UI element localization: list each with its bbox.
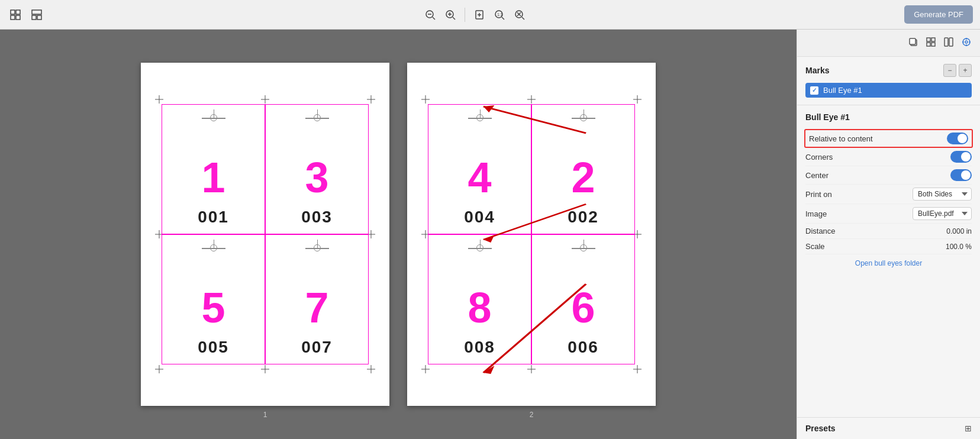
page-number-1: 1	[263, 411, 267, 419]
marks-title: Marks	[805, 66, 829, 75]
card-mark	[162, 105, 265, 126]
crosshair-tr-p2	[633, 95, 641, 104]
svg-point-39	[965, 41, 968, 43]
toggle-corners[interactable]	[950, 151, 972, 163]
settings-title: Bull Eye #1	[805, 112, 972, 122]
zoom-in-btn[interactable]	[442, 7, 459, 23]
print-on-dropdown[interactable]: Both Sides Front Only Back Only	[913, 188, 972, 201]
svg-rect-2	[11, 15, 15, 20]
svg-rect-35	[931, 43, 935, 46]
card-mark	[532, 235, 634, 256]
cards-grid-p2: 4 004 2 002	[428, 104, 635, 364]
pages-container: 1 001 3 003	[129, 51, 668, 418]
fit-page-btn[interactable]	[471, 7, 488, 23]
setting-scale: Scale 100.0 %	[805, 239, 972, 254]
right-panel: Marks − + Bull Eye #1 Bull Eye #1 Relati…	[797, 30, 980, 439]
svg-text:1:1: 1:1	[497, 12, 503, 17]
card-number: 003	[301, 208, 333, 227]
presets-section: Presets ⊞	[797, 417, 980, 439]
canvas-area: 1 001 3 003	[0, 30, 797, 439]
card-002: 2 002	[531, 104, 635, 234]
card-number: 007	[301, 338, 333, 357]
bull-eye-mark	[572, 109, 595, 126]
divider	[465, 8, 465, 22]
bull-eye-mark	[305, 109, 329, 126]
svg-rect-4	[32, 10, 41, 14]
card-number: 005	[198, 338, 229, 357]
mark-label: Bull Eye #1	[823, 86, 862, 95]
toolbar-right: Generate PDF	[904, 5, 973, 24]
generate-pdf-btn[interactable]: Generate PDF	[904, 5, 973, 24]
card-big-num: 3	[305, 156, 328, 199]
card-mark	[428, 235, 531, 256]
svg-rect-3	[16, 15, 20, 20]
image-dropdown[interactable]: BullEye.pdf	[913, 207, 972, 220]
svg-line-11	[453, 17, 455, 20]
presets-grid-icon[interactable]: ⊞	[965, 424, 972, 433]
toggle-center[interactable]	[950, 169, 972, 181]
card-005: 5 005	[162, 234, 265, 364]
card-004: 4 004	[428, 104, 531, 234]
setting-label-distance: Distance	[805, 227, 836, 235]
crosshair-tm-p2	[527, 95, 536, 104]
svg-rect-0	[11, 10, 15, 14]
layout-btn-1[interactable]	[7, 7, 24, 23]
split-panel-btn[interactable]	[941, 34, 956, 51]
svg-rect-31	[910, 38, 915, 44]
svg-line-21	[522, 17, 524, 20]
open-bull-eyes-folder-link[interactable]: Open bull eyes folder	[805, 254, 972, 272]
card-big-num: 7	[305, 286, 328, 329]
card-big-num: 4	[468, 156, 491, 199]
zoom-fit-btn[interactable]	[511, 7, 528, 23]
zoom-actual-btn[interactable]: 1:1	[491, 7, 508, 23]
marks-plus-btn[interactable]: +	[959, 64, 972, 77]
card-006: 6 006	[531, 234, 635, 364]
mark-item-bull-eye[interactable]: Bull Eye #1	[805, 83, 972, 98]
card-mark	[266, 105, 368, 126]
marks-minus-btn[interactable]: −	[943, 64, 956, 77]
bull-eye-mark	[305, 240, 329, 256]
card-number: 008	[464, 338, 495, 357]
card-number: 004	[464, 208, 495, 227]
card-mark	[428, 105, 531, 126]
panel-icon-bar	[797, 30, 980, 57]
card-mark	[162, 235, 265, 256]
page-1: 1 001 3 003	[141, 63, 389, 406]
setting-image: Image BullEye.pdf	[805, 204, 972, 224]
crosshair-br-p1	[367, 365, 375, 373]
card-mark	[266, 235, 368, 256]
target-panel-btn[interactable]	[959, 34, 974, 51]
setting-distance: Distance 0.000 in	[805, 224, 972, 239]
setting-center: Center	[805, 166, 972, 185]
svg-rect-32	[927, 38, 930, 41]
setting-relative-to-content: Relative to content	[804, 129, 973, 148]
toolbar-center: 1:1	[50, 7, 900, 23]
bull-eye-mark	[202, 109, 225, 126]
card-number: 006	[568, 338, 599, 357]
spacer	[797, 279, 980, 417]
toggle-relative-to-content[interactable]	[947, 133, 968, 144]
setting-label-corners: Corners	[805, 153, 833, 162]
svg-rect-34	[927, 43, 930, 46]
card-008: 8 008	[428, 234, 531, 364]
setting-print-on: Print on Both Sides Front Only Back Only	[805, 185, 972, 204]
card-mark	[532, 105, 634, 126]
grid-panel-btn[interactable]	[923, 34, 939, 51]
card-big-num: 1	[201, 156, 225, 199]
card-big-num: 2	[571, 156, 595, 199]
layout-btn-2[interactable]	[28, 7, 45, 23]
page-2: 4 004 2 002	[407, 63, 656, 406]
duplicate-panel-btn[interactable]	[905, 34, 921, 51]
mark-checkbox[interactable]	[810, 86, 818, 95]
svg-rect-5	[32, 15, 36, 20]
bull-eye-mark	[202, 240, 225, 256]
bull-eye-mark	[468, 109, 492, 126]
setting-label-print-on: Print on	[805, 190, 832, 199]
zoom-out-btn[interactable]	[422, 7, 439, 23]
crosshair-bm-p2	[527, 365, 536, 373]
card-big-num: 6	[571, 286, 595, 329]
crosshair-bl-p1	[155, 365, 163, 373]
svg-rect-37	[949, 38, 953, 46]
setting-label-center: Center	[805, 171, 829, 180]
setting-corners: Corners	[805, 148, 972, 166]
